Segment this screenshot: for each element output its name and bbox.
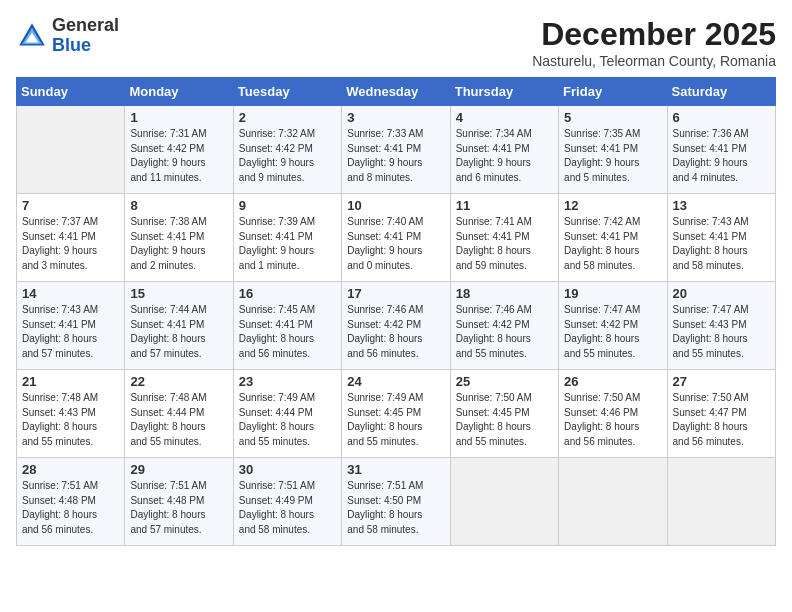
calendar-cell: 11Sunrise: 7:41 AM Sunset: 4:41 PM Dayli…: [450, 194, 558, 282]
calendar-cell: 16Sunrise: 7:45 AM Sunset: 4:41 PM Dayli…: [233, 282, 341, 370]
day-number: 1: [130, 110, 227, 125]
calendar-cell: 10Sunrise: 7:40 AM Sunset: 4:41 PM Dayli…: [342, 194, 450, 282]
day-number: 24: [347, 374, 444, 389]
header-cell-monday: Monday: [125, 78, 233, 106]
cell-content: Sunrise: 7:44 AM Sunset: 4:41 PM Dayligh…: [130, 303, 227, 361]
cell-content: Sunrise: 7:48 AM Sunset: 4:43 PM Dayligh…: [22, 391, 119, 449]
day-number: 9: [239, 198, 336, 213]
cell-content: Sunrise: 7:42 AM Sunset: 4:41 PM Dayligh…: [564, 215, 661, 273]
day-number: 18: [456, 286, 553, 301]
logo: General Blue: [16, 16, 119, 56]
calendar-cell: 20Sunrise: 7:47 AM Sunset: 4:43 PM Dayli…: [667, 282, 775, 370]
day-number: 13: [673, 198, 770, 213]
day-number: 17: [347, 286, 444, 301]
header-row: SundayMondayTuesdayWednesdayThursdayFrid…: [17, 78, 776, 106]
calendar-cell: 27Sunrise: 7:50 AM Sunset: 4:47 PM Dayli…: [667, 370, 775, 458]
calendar-cell: 9Sunrise: 7:39 AM Sunset: 4:41 PM Daylig…: [233, 194, 341, 282]
calendar-cell: 7Sunrise: 7:37 AM Sunset: 4:41 PM Daylig…: [17, 194, 125, 282]
calendar-cell: [450, 458, 558, 546]
calendar-cell: [559, 458, 667, 546]
day-number: 6: [673, 110, 770, 125]
day-number: 29: [130, 462, 227, 477]
week-row-1: 1Sunrise: 7:31 AM Sunset: 4:42 PM Daylig…: [17, 106, 776, 194]
title-area: December 2025 Nasturelu, Teleorman Count…: [532, 16, 776, 69]
week-row-5: 28Sunrise: 7:51 AM Sunset: 4:48 PM Dayli…: [17, 458, 776, 546]
cell-content: Sunrise: 7:46 AM Sunset: 4:42 PM Dayligh…: [347, 303, 444, 361]
header-cell-saturday: Saturday: [667, 78, 775, 106]
cell-content: Sunrise: 7:40 AM Sunset: 4:41 PM Dayligh…: [347, 215, 444, 273]
day-number: 21: [22, 374, 119, 389]
calendar-cell: 23Sunrise: 7:49 AM Sunset: 4:44 PM Dayli…: [233, 370, 341, 458]
day-number: 14: [22, 286, 119, 301]
page-header: General Blue December 2025 Nasturelu, Te…: [16, 16, 776, 69]
month-title: December 2025: [532, 16, 776, 53]
calendar-cell: 14Sunrise: 7:43 AM Sunset: 4:41 PM Dayli…: [17, 282, 125, 370]
cell-content: Sunrise: 7:43 AM Sunset: 4:41 PM Dayligh…: [22, 303, 119, 361]
cell-content: Sunrise: 7:33 AM Sunset: 4:41 PM Dayligh…: [347, 127, 444, 185]
cell-content: Sunrise: 7:48 AM Sunset: 4:44 PM Dayligh…: [130, 391, 227, 449]
day-number: 15: [130, 286, 227, 301]
calendar-cell: 30Sunrise: 7:51 AM Sunset: 4:49 PM Dayli…: [233, 458, 341, 546]
calendar-cell: 31Sunrise: 7:51 AM Sunset: 4:50 PM Dayli…: [342, 458, 450, 546]
day-number: 5: [564, 110, 661, 125]
header-cell-wednesday: Wednesday: [342, 78, 450, 106]
cell-content: Sunrise: 7:50 AM Sunset: 4:46 PM Dayligh…: [564, 391, 661, 449]
calendar-cell: 6Sunrise: 7:36 AM Sunset: 4:41 PM Daylig…: [667, 106, 775, 194]
day-number: 4: [456, 110, 553, 125]
cell-content: Sunrise: 7:51 AM Sunset: 4:48 PM Dayligh…: [22, 479, 119, 537]
logo-text: General Blue: [52, 16, 119, 56]
cell-content: Sunrise: 7:43 AM Sunset: 4:41 PM Dayligh…: [673, 215, 770, 273]
calendar-cell: 1Sunrise: 7:31 AM Sunset: 4:42 PM Daylig…: [125, 106, 233, 194]
location-title: Nasturelu, Teleorman County, Romania: [532, 53, 776, 69]
header-cell-sunday: Sunday: [17, 78, 125, 106]
day-number: 7: [22, 198, 119, 213]
header-cell-thursday: Thursday: [450, 78, 558, 106]
calendar-cell: 12Sunrise: 7:42 AM Sunset: 4:41 PM Dayli…: [559, 194, 667, 282]
calendar-cell: 15Sunrise: 7:44 AM Sunset: 4:41 PM Dayli…: [125, 282, 233, 370]
calendar-cell: 24Sunrise: 7:49 AM Sunset: 4:45 PM Dayli…: [342, 370, 450, 458]
week-row-2: 7Sunrise: 7:37 AM Sunset: 4:41 PM Daylig…: [17, 194, 776, 282]
calendar-cell: 8Sunrise: 7:38 AM Sunset: 4:41 PM Daylig…: [125, 194, 233, 282]
day-number: 30: [239, 462, 336, 477]
header-cell-tuesday: Tuesday: [233, 78, 341, 106]
day-number: 12: [564, 198, 661, 213]
day-number: 25: [456, 374, 553, 389]
calendar-cell: 29Sunrise: 7:51 AM Sunset: 4:48 PM Dayli…: [125, 458, 233, 546]
cell-content: Sunrise: 7:37 AM Sunset: 4:41 PM Dayligh…: [22, 215, 119, 273]
cell-content: Sunrise: 7:51 AM Sunset: 4:48 PM Dayligh…: [130, 479, 227, 537]
cell-content: Sunrise: 7:35 AM Sunset: 4:41 PM Dayligh…: [564, 127, 661, 185]
day-number: 10: [347, 198, 444, 213]
cell-content: Sunrise: 7:32 AM Sunset: 4:42 PM Dayligh…: [239, 127, 336, 185]
calendar-cell: [667, 458, 775, 546]
cell-content: Sunrise: 7:38 AM Sunset: 4:41 PM Dayligh…: [130, 215, 227, 273]
calendar-cell: 25Sunrise: 7:50 AM Sunset: 4:45 PM Dayli…: [450, 370, 558, 458]
calendar-cell: 3Sunrise: 7:33 AM Sunset: 4:41 PM Daylig…: [342, 106, 450, 194]
day-number: 2: [239, 110, 336, 125]
calendar-cell: 18Sunrise: 7:46 AM Sunset: 4:42 PM Dayli…: [450, 282, 558, 370]
calendar-cell: 5Sunrise: 7:35 AM Sunset: 4:41 PM Daylig…: [559, 106, 667, 194]
cell-content: Sunrise: 7:46 AM Sunset: 4:42 PM Dayligh…: [456, 303, 553, 361]
day-number: 22: [130, 374, 227, 389]
week-row-3: 14Sunrise: 7:43 AM Sunset: 4:41 PM Dayli…: [17, 282, 776, 370]
cell-content: Sunrise: 7:50 AM Sunset: 4:47 PM Dayligh…: [673, 391, 770, 449]
cell-content: Sunrise: 7:47 AM Sunset: 4:43 PM Dayligh…: [673, 303, 770, 361]
cell-content: Sunrise: 7:36 AM Sunset: 4:41 PM Dayligh…: [673, 127, 770, 185]
calendar-cell: 22Sunrise: 7:48 AM Sunset: 4:44 PM Dayli…: [125, 370, 233, 458]
logo-icon: [16, 20, 48, 52]
cell-content: Sunrise: 7:49 AM Sunset: 4:44 PM Dayligh…: [239, 391, 336, 449]
cell-content: Sunrise: 7:45 AM Sunset: 4:41 PM Dayligh…: [239, 303, 336, 361]
calendar-cell: 13Sunrise: 7:43 AM Sunset: 4:41 PM Dayli…: [667, 194, 775, 282]
day-number: 16: [239, 286, 336, 301]
day-number: 27: [673, 374, 770, 389]
cell-content: Sunrise: 7:49 AM Sunset: 4:45 PM Dayligh…: [347, 391, 444, 449]
day-number: 19: [564, 286, 661, 301]
cell-content: Sunrise: 7:39 AM Sunset: 4:41 PM Dayligh…: [239, 215, 336, 273]
calendar-cell: 2Sunrise: 7:32 AM Sunset: 4:42 PM Daylig…: [233, 106, 341, 194]
calendar-table: SundayMondayTuesdayWednesdayThursdayFrid…: [16, 77, 776, 546]
day-number: 20: [673, 286, 770, 301]
day-number: 23: [239, 374, 336, 389]
cell-content: Sunrise: 7:31 AM Sunset: 4:42 PM Dayligh…: [130, 127, 227, 185]
calendar-cell: 17Sunrise: 7:46 AM Sunset: 4:42 PM Dayli…: [342, 282, 450, 370]
calendar-cell: 21Sunrise: 7:48 AM Sunset: 4:43 PM Dayli…: [17, 370, 125, 458]
calendar-cell: 4Sunrise: 7:34 AM Sunset: 4:41 PM Daylig…: [450, 106, 558, 194]
